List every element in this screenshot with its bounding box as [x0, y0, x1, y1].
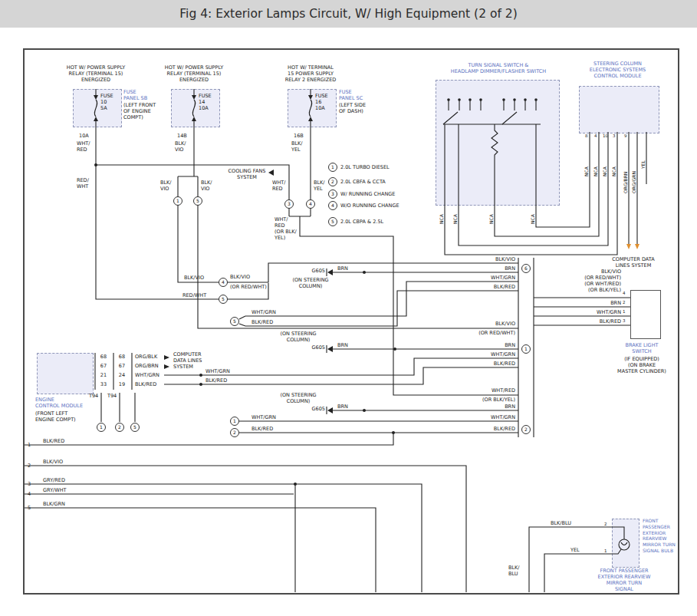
- ecm-pin: 67: [97, 363, 110, 369]
- fuse1-header: HOT W/ POWER SUPPLY RELAY (TERMINAL 15) …: [54, 64, 138, 83]
- ecm-connector-t94: T94: [107, 393, 117, 399]
- nca-label: NCA: [602, 166, 607, 176]
- label-or-red-wht-b: (OR RED/WHT): [469, 330, 515, 336]
- label-brn-brake: BRN: [590, 300, 621, 306]
- engine-control-module-box: [37, 353, 94, 394]
- computer-data-lines-label-ecm: COMPUTER DATA LINES SYSTEM: [173, 351, 202, 370]
- cooling-fans-system-label: COOLING FANS SYSTEM: [225, 168, 268, 180]
- mirror-pin-2: 2: [604, 522, 607, 526]
- steering-column-module-box: [579, 86, 659, 133]
- brake-light-switch-title: BRAKE LIGHT SWITCH: [618, 342, 666, 354]
- ecm-wire-color: BLK/RED: [135, 381, 156, 387]
- mirror-pin-1: 1: [604, 548, 607, 553]
- fuse-panel-sc-location: (LEFT SIDE OF DASH): [339, 102, 366, 114]
- label-blk-vio-b-right: BLK/VIO: [485, 321, 515, 327]
- module-pin-3: 3: [613, 133, 616, 138]
- ground-g605-a: G605: [304, 268, 325, 274]
- ecm-wire-color: ORG/BLK: [135, 354, 157, 360]
- wire-label-merged-f3: WHT/ RED (OR BLK/ YEL): [275, 216, 297, 242]
- terminal-16b: 16B: [294, 133, 304, 139]
- ecm-pin: 67: [115, 363, 129, 369]
- nca-label: NCA: [584, 166, 589, 176]
- note-ref-circle: 5: [219, 295, 228, 304]
- ground-location-b: (ON STEERING COLUMN): [279, 331, 317, 343]
- label-brn-b-right: BRN: [485, 342, 515, 348]
- note-3: W/ RUNNING CHANGE: [340, 191, 395, 197]
- note-ref-circle: 5: [230, 317, 239, 326]
- terminal-14b: 14B: [177, 133, 187, 139]
- fuse-panel-sb-box: [73, 89, 122, 127]
- computer-data-lines-label-right: COMPUTER DATA LINES SYSTEM: [603, 256, 664, 268]
- ecm-wire-color: WHT/GRN: [135, 372, 159, 378]
- note-4: W/O RUNNING CHANGE: [340, 203, 399, 209]
- label-wht-grn-c-left: WHT/GRN: [252, 414, 276, 420]
- mirror-system-caption: FRONT PASSENGER EXTERIOR REARVIEW MIRROR…: [590, 568, 658, 593]
- row-5-number: 5: [28, 505, 31, 511]
- wire-label-wht-red: WHT/ RED: [77, 140, 90, 153]
- label-brn-c: BRN: [337, 404, 348, 410]
- mirror-turn-signal-bulb-box: [612, 519, 639, 568]
- nca-label: NCA: [488, 214, 494, 224]
- wire-label-blk-vio-split-right: BLK/ VIO: [201, 180, 212, 192]
- label-blk-red-c-left: BLK/RED: [252, 426, 273, 432]
- fuse-panel-sc-label: FUSE PANEL SC: [339, 89, 363, 101]
- row-1-number: 1: [28, 442, 31, 448]
- connector-circle: 6: [521, 264, 531, 273]
- note-number-circle: 2: [328, 177, 337, 186]
- label-wht-grn-c-right: WHT/GRN: [485, 414, 515, 420]
- label-blk-red-a-left: BLK/RED: [252, 319, 273, 325]
- brake-light-switch-location: (IF EQUIPPED) (ON BRAKE MASTER CYLINDER): [612, 356, 672, 374]
- label-brn-b: BRN: [337, 342, 348, 348]
- brake-pin-2: 2: [623, 300, 626, 305]
- terminal-10a: 10A: [79, 133, 89, 139]
- note-number-circle: 4: [328, 201, 337, 210]
- label-brn-a: BRN: [337, 265, 348, 272]
- label-alt-colors-stack: BLK/VIO (OR RED/WHT) (OR WHT/RED) (OR BL…: [574, 268, 621, 294]
- nca-label: NCA: [452, 214, 458, 224]
- row-1-color: BLK/RED: [43, 438, 64, 444]
- row-5-color: BLK/GRN: [43, 501, 65, 507]
- note-number-circle: 5: [328, 217, 337, 226]
- connector-circle: 2: [521, 425, 531, 434]
- label-or-blk-yel-c: (OR BLK/YEL): [469, 397, 515, 403]
- ecm-connector-circle: 5: [130, 423, 140, 432]
- label-wht-grn-b-left: WHT/GRN: [205, 368, 230, 374]
- nca-label: NCA: [530, 214, 535, 224]
- ground-g605-c: G605: [304, 406, 325, 412]
- label-blk-vio-a-right: BLK/VIO: [485, 256, 515, 262]
- fuse-panel-sb-location: (LEFT FRONT OF ENGINE COMPT): [123, 102, 156, 120]
- ecm-connector-circle: 1: [97, 423, 106, 432]
- wire-label-wht-red-split: WHT/ RED: [272, 180, 285, 192]
- fuse-panel-sc-box: [288, 89, 337, 127]
- label-blk-red-c-right: BLK/RED: [485, 426, 515, 432]
- note-ref-circle: 1: [173, 196, 182, 206]
- ecm-pin: 33: [97, 381, 110, 387]
- mirror-bulb-caption: FRONT PASSENGER EXTERIOR REARVIEW MIRROR…: [643, 518, 676, 554]
- label-wht-grn-a-left: WHT/GRN: [252, 309, 276, 315]
- note-1: 2.0L TURBO DIESEL: [340, 164, 390, 170]
- label-blk-vio-a: BLK/VIO: [184, 275, 204, 281]
- label-wht-grn-brake: WHT/GRN: [590, 309, 621, 315]
- fuse-10-label: FUSE 10 5A: [100, 93, 113, 111]
- label-blk-red-brake: BLK/RED: [590, 318, 621, 324]
- ecm-connector-circle: 2: [115, 423, 124, 432]
- turn-signal-switch-title: TURN SIGNAL SWITCH & HEADLAMP DIMMER/FLA…: [418, 62, 579, 74]
- label-blk-blu-vertical: BLK/ BLU: [508, 565, 520, 577]
- note-ref-circle: 4: [219, 278, 228, 287]
- wire-label-red-wht: RED/ WHT: [77, 177, 89, 189]
- note-2: 2.0L CBFA & CCTA: [340, 179, 386, 185]
- ecm-connector-t94: T94: [89, 393, 98, 399]
- module-pin-4: 4: [594, 133, 597, 138]
- module-pin-8: 8: [585, 133, 588, 138]
- fuse-14-label: FUSE 14 10A: [199, 93, 212, 111]
- ground-location-c: (ON STEERING COLUMN): [279, 392, 317, 404]
- wiring-diagram-page: Fig 4: Exterior Lamps Circuit, W/ High E…: [0, 0, 697, 616]
- label-blk-red-a-right: BLK/RED: [485, 284, 515, 290]
- ecm-pin: 21: [97, 372, 110, 378]
- note-ref-circle: 5: [193, 196, 202, 206]
- nca-label: NCA: [593, 166, 598, 176]
- ecm-location: (FRONT LEFT ENGINE COMPT): [35, 410, 76, 423]
- fuse-14-box: [171, 89, 220, 127]
- label-blk-blu: BLK/BLU: [551, 520, 571, 526]
- label-brn-c-right: BRN: [485, 404, 515, 410]
